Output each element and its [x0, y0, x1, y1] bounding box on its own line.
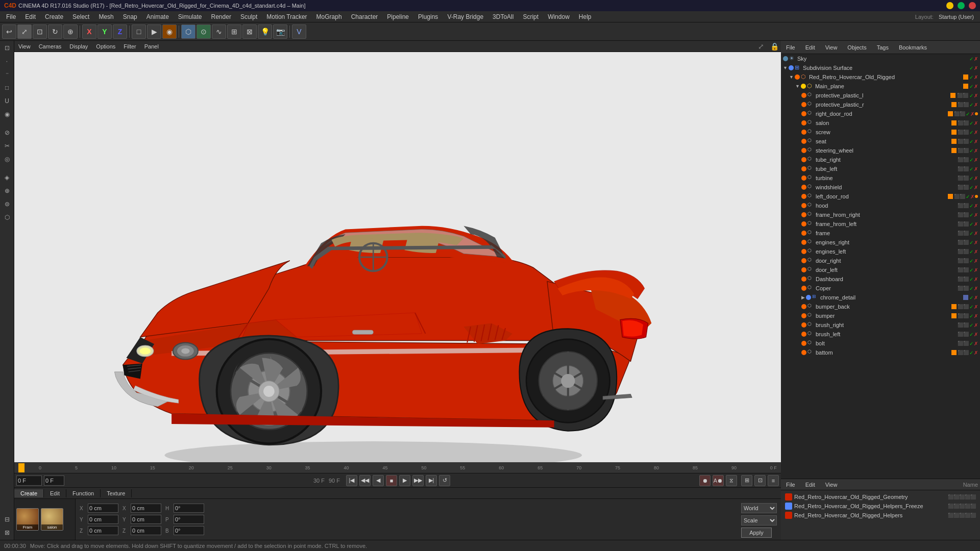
- y-input[interactable]: [88, 515, 118, 524]
- menu-script[interactable]: Script: [519, 12, 543, 21]
- tool-polys[interactable]: □: [1, 82, 13, 94]
- tool-live[interactable]: ◉: [1, 108, 13, 120]
- select-button[interactable]: ⊕: [63, 24, 78, 39]
- obj-chrome-detail[interactable]: ▶ ⊞ chrome_detail ✓ ✗: [781, 293, 980, 302]
- rpl-row-helpers-freeze[interactable]: Red_Retro_Hovercar_Old_Rigged_Helpers_Fr…: [783, 502, 978, 511]
- tool-object[interactable]: ⊡: [1, 42, 13, 54]
- obj-main-plane[interactable]: ▼ ⬡ Main_plane ✓ ✗: [781, 82, 980, 91]
- menu-motion-tracker[interactable]: Motion Tracker: [262, 12, 311, 21]
- cd-expand[interactable]: ▶: [801, 295, 805, 300]
- menu-simulate[interactable]: Simulate: [174, 12, 206, 21]
- cam-btn[interactable]: 📷: [273, 24, 287, 39]
- obj-screw[interactable]: ⬡ screw ⬛⬛ ✓ ✗: [781, 128, 980, 137]
- menu-edit[interactable]: Edit: [21, 12, 40, 21]
- obj-brush-left[interactable]: ⬡ brush_left ⬛⬛ ✓ ✗: [781, 330, 980, 339]
- play-btn[interactable]: ▶: [399, 475, 410, 486]
- timeline-settings-btn[interactable]: ⊞: [741, 475, 752, 486]
- menu-vray[interactable]: V-Ray Bridge: [443, 12, 487, 21]
- obj-salon[interactable]: ⬡ salon ⬛⬛ ✓ ✗: [781, 118, 980, 128]
- rpl-file[interactable]: File: [783, 481, 798, 489]
- apply-button[interactable]: Apply: [741, 528, 772, 538]
- tool-brush[interactable]: ⊘: [1, 127, 13, 139]
- vp-menu-cameras[interactable]: Cameras: [37, 43, 64, 49]
- obj-coper[interactable]: ⬡ Coper ⬛⬛ ✓ ✗: [781, 284, 980, 293]
- tool-uv[interactable]: U: [1, 95, 13, 107]
- object-list[interactable]: ☀ Sky ✓ ✗ ▼ ⊞ Subdivision Surface ✓ ✗: [781, 54, 980, 479]
- menu-create[interactable]: Create: [41, 12, 67, 21]
- rpl-row-geometry[interactable]: Red_Retro_Hovercar_Old_Rigged_Geometry ⬛…: [783, 492, 978, 502]
- mode-world-select[interactable]: World Local: [741, 503, 777, 513]
- menu-mesh[interactable]: Mesh: [94, 12, 117, 21]
- tab-function[interactable]: Function: [66, 489, 101, 497]
- tool-paint[interactable]: ⬡: [1, 211, 13, 223]
- menu-sculpt[interactable]: Sculpt: [236, 12, 261, 21]
- menu-character[interactable]: Character: [347, 12, 382, 21]
- material-thumb-fram[interactable]: Fram: [16, 508, 39, 531]
- obj-door-left[interactable]: ⬡ door_left ⬛⬛ ✓ ✗: [781, 265, 980, 274]
- vp-expand-btn[interactable]: ⤢: [758, 42, 764, 51]
- spline-btn[interactable]: ∿: [212, 24, 226, 39]
- obj-turbine[interactable]: ⬡ turbine ⬛⬛ ✓ ✗: [781, 173, 980, 183]
- rpl-row-helpers[interactable]: Red_Retro_Hovercar_Old_Rigged_Helpers ⬛⬛…: [783, 511, 978, 520]
- obj-left-door-rod[interactable]: ⬡ left_door_rod ⬛⬛ ✓ ✗: [781, 192, 980, 201]
- obj-protective-plastic-l[interactable]: ⬡ protective_plastic_l ⬛⬛ ✓ ✗: [781, 91, 980, 100]
- stop-btn[interactable]: ■: [386, 475, 397, 486]
- close-button[interactable]: [969, 2, 976, 9]
- menu-mograph[interactable]: MoGraph: [312, 12, 346, 21]
- light-btn[interactable]: 💡: [258, 24, 272, 39]
- obj-frame-hrom-left[interactable]: ⬡ frame_hrom_left ⬛⬛ ✓ ✗: [781, 219, 980, 229]
- tool-mat[interactable]: ◈: [1, 171, 13, 184]
- tool-edges[interactable]: ⁻: [1, 68, 13, 81]
- obj-protective-plastic-r[interactable]: ⬡ protective_plastic_r ⬛⬛ ✓ ✗: [781, 100, 980, 109]
- rph-bookmarks[interactable]: Bookmarks: [896, 43, 930, 52]
- rpl-edit[interactable]: Edit: [802, 481, 818, 489]
- maximize-button[interactable]: [958, 2, 965, 9]
- menu-snap[interactable]: Snap: [119, 12, 141, 21]
- z2-input[interactable]: [131, 526, 161, 535]
- tool-knife[interactable]: ✂: [1, 140, 13, 152]
- undo-button[interactable]: ↩: [2, 24, 16, 39]
- tool-points[interactable]: ·: [1, 55, 13, 67]
- menu-window[interactable]: Window: [544, 12, 574, 21]
- go-end-btn[interactable]: ▶|: [426, 475, 437, 486]
- vp-lock-btn[interactable]: 🔒: [770, 42, 779, 51]
- mode-scale-select[interactable]: Scale Size: [741, 515, 777, 525]
- obj-engines-left[interactable]: ⬡ engines_left ⬛⬛ ✓ ✗: [781, 247, 980, 256]
- y2-input[interactable]: [131, 515, 161, 524]
- obj-door-right[interactable]: ⬡ door_right ⬛⬛ ✓ ✗: [781, 256, 980, 265]
- obj-engines-right[interactable]: ⬡ engines_right ⬛⬛ ✓ ✗: [781, 238, 980, 247]
- menu-help[interactable]: Help: [575, 12, 596, 21]
- obj-sky[interactable]: ☀ Sky ✓ ✗: [781, 54, 980, 63]
- rph-view[interactable]: View: [822, 43, 841, 52]
- menu-select[interactable]: Select: [68, 12, 93, 21]
- go-start-btn[interactable]: |◀: [346, 475, 357, 486]
- obj-bumper-back[interactable]: ⬡ bumper_back ⬛⬛ ✓ ✗: [781, 302, 980, 311]
- vp-menu-filter[interactable]: Filter: [121, 43, 138, 49]
- timeline-expand-btn[interactable]: ⊡: [754, 475, 766, 486]
- rph-tags[interactable]: Tags: [874, 43, 892, 52]
- deform-btn[interactable]: ⊞: [227, 24, 241, 39]
- tab-texture[interactable]: Texture: [101, 489, 132, 497]
- obj-battom[interactable]: ⬡ battom ⬛⬛ ✓ ✗: [781, 348, 980, 357]
- vp-menu-view[interactable]: View: [16, 43, 33, 49]
- timeline-ruler[interactable]: 0 5 10 15 20 25 30 35 40 45 50 55 60 65 …: [14, 462, 781, 473]
- current-frame-input[interactable]: [44, 475, 64, 486]
- anim-btn[interactable]: ▶: [147, 24, 161, 39]
- red-retro-expand-icon[interactable]: ▼: [789, 74, 794, 80]
- tool-weight[interactable]: ⊜: [1, 198, 13, 210]
- play-rev-btn[interactable]: ◀: [373, 475, 384, 486]
- obj-seat[interactable]: ⬡ seat ⬛⬛ ✓ ✗: [781, 137, 980, 146]
- rotate-button[interactable]: ↻: [48, 24, 62, 39]
- obj-hood[interactable]: ⬡ hood ⬛⬛ ✓ ✗: [781, 201, 980, 210]
- main-plane-expand-icon[interactable]: ▼: [795, 84, 800, 89]
- rpl-view[interactable]: View: [822, 481, 841, 489]
- tool-bottom1[interactable]: ⊟: [1, 513, 13, 525]
- menu-file[interactable]: File: [2, 12, 20, 21]
- cube-btn[interactable]: ⬡: [181, 24, 195, 39]
- tab-edit[interactable]: Edit: [44, 489, 66, 497]
- p-input[interactable]: [174, 515, 204, 524]
- obj-right-door-rod[interactable]: ⬡ right_door_rod ⬛⬛ ✓ ✗: [781, 109, 980, 118]
- loop-btn[interactable]: ↺: [439, 475, 450, 486]
- rph-edit[interactable]: Edit: [802, 43, 818, 52]
- tab-create[interactable]: Create: [14, 489, 44, 497]
